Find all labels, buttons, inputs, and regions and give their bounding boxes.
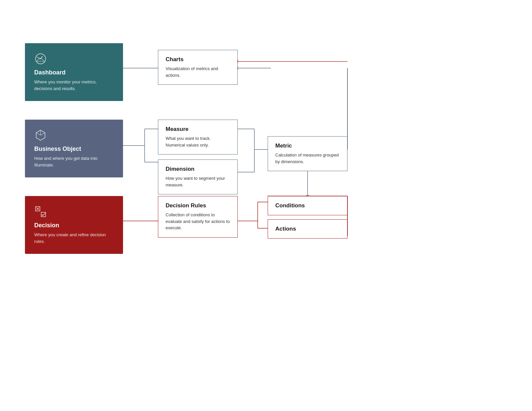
decision-box: Decision Where you create and refine dec… <box>25 196 123 254</box>
business-object-box: Business Object How and where you get da… <box>25 120 123 177</box>
actions-box: Actions <box>268 219 347 239</box>
dimension-title: Dimension <box>166 166 230 172</box>
measure-title: Measure <box>166 126 230 133</box>
business-object-icon <box>34 129 47 142</box>
actions-title: Actions <box>275 226 340 232</box>
charts-box: Charts Visualization of metrics and acti… <box>158 50 238 85</box>
dimension-desc: How you want to segment your measure. <box>166 175 230 188</box>
business-object-desc: How and where you get data into Illumina… <box>34 155 114 168</box>
measure-desc: What you want to track. Numerical values… <box>166 135 230 148</box>
decision-rules-box: Decision Rules Collection of conditions … <box>158 196 238 238</box>
metric-title: Metric <box>275 143 340 149</box>
charts-title: Charts <box>166 56 230 63</box>
dashboard-title: Dashboard <box>34 69 114 76</box>
conditions-title: Conditions <box>275 202 340 209</box>
metric-desc: Calculation of measures grouped by dimen… <box>275 152 340 165</box>
svg-line-35 <box>36 133 41 135</box>
decision-title: Decision <box>34 222 114 229</box>
measure-box: Measure What you want to track. Numerica… <box>158 120 238 154</box>
dimension-box: Dimension How you want to segment your m… <box>158 159 238 194</box>
dashboard-desc: Where you monitor your metrics, decision… <box>34 79 114 92</box>
dashboard-icon <box>34 52 47 65</box>
decision-icon <box>34 205 47 218</box>
business-object-title: Business Object <box>34 146 114 153</box>
svg-line-34 <box>41 133 45 135</box>
diagram-container: Dashboard Where you monitor your metrics… <box>25 43 391 269</box>
decision-rules-title: Decision Rules <box>166 202 230 209</box>
decision-desc: Where you create and refine decision rul… <box>34 232 114 245</box>
conditions-box: Conditions <box>268 196 347 215</box>
charts-desc: Visualization of metrics and actions. <box>166 65 230 78</box>
dashboard-box: Dashboard Where you monitor your metrics… <box>25 43 123 101</box>
decision-rules-desc: Collection of conditions to evaluate and… <box>166 212 230 231</box>
metric-box: Metric Calculation of measures grouped b… <box>268 136 347 171</box>
